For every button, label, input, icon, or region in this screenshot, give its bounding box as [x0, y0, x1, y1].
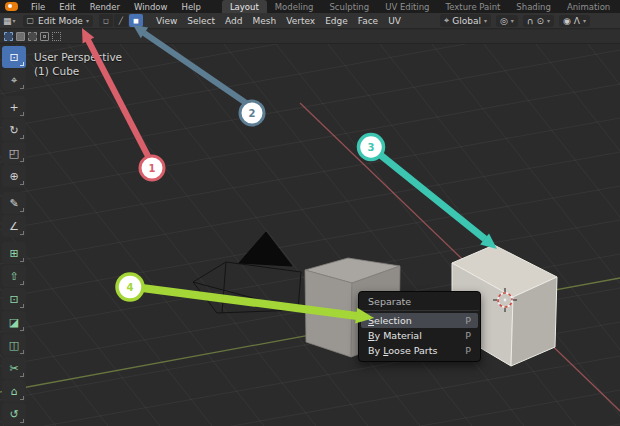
proportional-edit-controls[interactable]: ◉ Λ ▾: [559, 15, 590, 27]
toolbar: ⊡ ⌖ + ↻ ◰ ⊕ ✎ ∠ ⊞ ⇧ ⊡ ◪ ◫ ✂ ⌂ ↺: [2, 46, 26, 426]
pivot-point-dropdown[interactable]: ◎ ▾: [496, 15, 518, 27]
tab-shading[interactable]: Shading: [508, 0, 559, 13]
snap-controls[interactable]: ∩ ⊙ ▾: [523, 15, 554, 27]
transform-icon: ⊕: [9, 170, 18, 183]
tool-inset-faces[interactable]: ⊡: [2, 288, 26, 310]
select-extend-mode-button[interactable]: [16, 32, 25, 41]
tab-sculpting[interactable]: Sculpting: [321, 0, 377, 13]
menu-file[interactable]: File: [24, 2, 52, 12]
annotate-pencil-icon: ✎: [9, 197, 18, 210]
shortcut-key: P: [465, 315, 471, 326]
tab-layout[interactable]: Layout: [222, 0, 267, 13]
workspace-tabs: Layout Modeling Sculpting UV Editing Tex…: [222, 0, 620, 13]
select-invert-mode-button[interactable]: [40, 32, 49, 41]
magnet-icon: ∩: [527, 16, 534, 26]
menu-separator: [360, 310, 479, 311]
chevron-down-icon: ▾: [484, 17, 487, 24]
tool-bevel[interactable]: ◪: [2, 311, 26, 333]
menu-item-by-loose-parts[interactable]: By Loose Parts P: [359, 343, 480, 358]
tool-measure[interactable]: ∠: [2, 215, 26, 237]
orientation-icon: ⌖: [444, 15, 449, 26]
mode-dropdown[interactable]: ▢ Edit Mode ▾: [23, 15, 93, 27]
vertex-select-button[interactable]: ◻: [99, 14, 113, 27]
tool-transform[interactable]: ⊕: [2, 165, 26, 187]
tool-settings-bar: [0, 30, 620, 44]
blender-logo-icon[interactable]: [5, 2, 18, 11]
menu-face[interactable]: Face: [353, 16, 383, 26]
tab-texture-paint[interactable]: Texture Paint: [438, 0, 509, 13]
rotate-icon: ↻: [9, 124, 18, 137]
cursor-icon: ⌖: [11, 74, 17, 87]
move-icon: +: [9, 101, 18, 114]
viewport-3d[interactable]: [0, 44, 620, 426]
viewport-menus: View Select Add Mesh Vertex Edge Face UV: [151, 16, 406, 26]
transform-orientation-dropdown[interactable]: ⌖ Global ▾: [440, 14, 491, 27]
viewport-header-controls: ⌖ Global ▾ ◎ ▾ ∩ ⊙ ▾ ◉ Λ ▾: [440, 14, 590, 27]
viewport-header: ▦ ▾ ▢ Edit Mode ▾ ◻ ╱ ◼ View Select Add …: [0, 13, 620, 29]
shortcut-key: P: [465, 330, 471, 341]
tool-scale[interactable]: ◰: [2, 142, 26, 164]
tab-animation[interactable]: Animation: [559, 0, 618, 13]
perspective-label: User Perspective: [34, 50, 122, 64]
pivot-icon: ◎: [500, 16, 508, 26]
orientation-label: Global: [452, 16, 481, 26]
tool-extrude-region[interactable]: ⇧: [2, 265, 26, 287]
tool-annotate[interactable]: ✎: [2, 192, 26, 214]
editor-type-button[interactable]: ▦ ▾: [0, 16, 19, 26]
select-subtract-mode-button[interactable]: [28, 32, 37, 41]
select-set-mode-button[interactable]: [4, 32, 13, 41]
tool-add-cube[interactable]: ⊞: [2, 242, 26, 264]
tab-modeling[interactable]: Modeling: [267, 0, 322, 13]
select-intersect-mode-button[interactable]: [52, 32, 61, 41]
select-box-icon: ⊡: [9, 51, 18, 64]
menu-view[interactable]: View: [151, 16, 182, 26]
bevel-icon: ◪: [9, 316, 19, 329]
menu-item-selection[interactable]: Selection P: [361, 313, 478, 328]
edge-select-button[interactable]: ╱: [114, 14, 128, 27]
topbar: File Edit Render Window Help Layout Mode…: [0, 0, 620, 13]
knife-icon: ✂: [9, 362, 18, 375]
context-menu-title: Separate: [359, 292, 480, 310]
poly-build-icon: ⌂: [11, 385, 18, 398]
shortcut-key: P: [465, 345, 471, 356]
edit-mode-icon: ▢: [27, 16, 35, 25]
chevron-down-icon: ▾: [13, 17, 16, 24]
tool-select-box[interactable]: ⊡: [2, 46, 26, 68]
tool-cursor[interactable]: ⌖: [2, 69, 26, 91]
mode-label: Edit Mode: [38, 16, 83, 26]
tool-knife[interactable]: ✂: [2, 357, 26, 379]
menu-item-by-material[interactable]: By Material P: [359, 328, 480, 343]
menu-help[interactable]: Help: [174, 2, 207, 12]
chevron-down-icon: ▾: [86, 17, 89, 24]
menu-edit[interactable]: Edit: [52, 2, 82, 12]
tab-uv-editing[interactable]: UV Editing: [377, 0, 437, 13]
select-mode-group: ◻ ╱ ◼: [99, 14, 143, 27]
menu-select[interactable]: Select: [182, 16, 220, 26]
extrude-icon: ⇧: [9, 270, 18, 283]
menu-vertex[interactable]: Vertex: [281, 16, 320, 26]
tool-rotate[interactable]: ↻: [2, 119, 26, 141]
add-cube-icon: ⊞: [9, 247, 18, 260]
snap-target-icon: ⊙: [536, 16, 544, 26]
menu-edge[interactable]: Edge: [320, 16, 353, 26]
menu-mesh[interactable]: Mesh: [247, 16, 281, 26]
face-select-button[interactable]: ◼: [129, 14, 143, 27]
spin-icon: ↺: [9, 408, 18, 421]
menu-uv[interactable]: UV: [383, 16, 406, 26]
inset-icon: ⊡: [9, 293, 18, 306]
tool-spin[interactable]: ↺: [2, 403, 26, 425]
blender-window: File Edit Render Window Help Layout Mode…: [0, 0, 620, 426]
menu-add[interactable]: Add: [220, 16, 247, 26]
tool-move[interactable]: +: [2, 96, 26, 118]
loop-cut-icon: ◫: [9, 339, 19, 352]
chevron-down-icon: ▾: [547, 17, 550, 24]
separate-context-menu: Separate Selection P By Material P By Lo…: [358, 291, 481, 362]
measure-icon: ∠: [9, 220, 19, 233]
tool-loop-cut[interactable]: ◫: [2, 334, 26, 356]
active-object-label: (1) Cube: [34, 64, 122, 78]
tool-poly-build[interactable]: ⌂: [2, 380, 26, 402]
scale-icon: ◰: [9, 147, 19, 160]
menu-render[interactable]: Render: [83, 2, 127, 12]
menu-window[interactable]: Window: [127, 2, 175, 12]
editor-type-icon: ▦: [3, 16, 12, 26]
